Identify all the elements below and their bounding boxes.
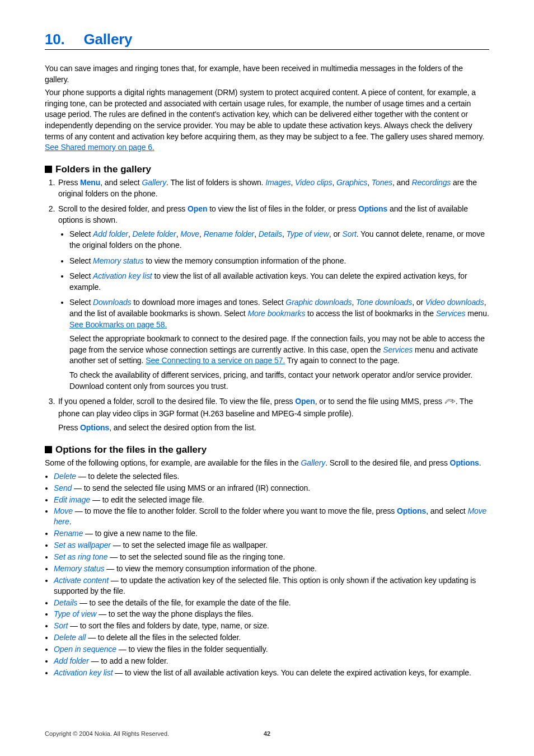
list-item: Delete all — to delete all the files in … — [54, 632, 489, 643]
list-item: Edit image — to edit the selected image … — [54, 495, 489, 505]
options-intro: Some of the following options, for examp… — [45, 458, 489, 469]
step-2-sublist: Select Add folder, Delete folder, Move, … — [58, 229, 489, 392]
chapter-number: 10. — [45, 31, 65, 48]
step-2-bullet-4: Select Downloads to download more images… — [69, 297, 489, 392]
chapter-name: Gallery — [84, 31, 133, 48]
link-shared-memory[interactable]: See Shared memory on page 6. — [45, 143, 154, 152]
section-heading-options: Options for the files in the gallery — [45, 444, 489, 456]
footer-copyright: Copyright © 2004 Nokia. All Rights Reser… — [45, 730, 169, 737]
page-footer: Copyright © 2004 Nokia. All Rights Reser… — [45, 730, 489, 737]
list-item: Memory status — to view the memory consu… — [54, 564, 489, 574]
list-item: Activation key list — to view the list o… — [54, 668, 489, 678]
step-2-bullet-2: Select Memory status to view the memory … — [69, 256, 489, 267]
send-key-icon — [444, 397, 456, 408]
step-2-bullet-4-sub2: To check the availability of different s… — [69, 370, 489, 392]
open-keyword: Open — [188, 204, 207, 213]
list-item: Move — to move the file to another folde… — [54, 506, 489, 527]
folders-steps: Press Menu, and select Gallery. The list… — [45, 177, 489, 434]
step-2-bullet-3: Select Activation key list to view the l… — [69, 271, 489, 293]
step-2-bullet-4-sub1: Select the appropriate bookmark to conne… — [69, 334, 489, 367]
list-item: Send — to send the selected file using M… — [54, 483, 489, 494]
list-item: Details — to see the details of the file… — [54, 598, 489, 608]
options-list: Delete — to delete the selected files. S… — [45, 471, 489, 678]
list-item: Set as ring tone — to set the selected s… — [54, 552, 489, 562]
list-item: Open in sequence — to view the files in … — [54, 644, 489, 655]
page-number: 42 — [264, 730, 270, 737]
list-item: Rename — to give a new name to the file. — [54, 528, 489, 539]
list-item: Set as wallpaper — to set the selected i… — [54, 540, 489, 551]
options-keyword: Options — [358, 204, 387, 213]
link-bookmarks[interactable]: See Bookmarks on page 58. — [69, 320, 167, 329]
chapter-title: 10.Gallery — [45, 31, 489, 50]
menu-keyword: Menu — [80, 178, 100, 187]
list-item: Activate content — to update the activat… — [54, 575, 489, 597]
intro-para-1: You can save images and ringing tones th… — [45, 63, 489, 85]
gallery-keyword: Gallery — [142, 178, 166, 187]
list-item: Type of view — to set the way the phone … — [54, 609, 489, 619]
list-item: Sort — to sort the files and folders by … — [54, 621, 489, 631]
step-3: If you opened a folder, scroll to the de… — [57, 396, 489, 434]
link-connecting-service[interactable]: See Connecting to a service on page 57. — [146, 356, 285, 365]
step-3-sub: Press Options, and select the desired op… — [58, 422, 489, 434]
section-heading-folders: Folders in the gallery — [45, 163, 489, 175]
list-item: Add folder — to add a new folder. — [54, 656, 489, 666]
step-2-bullet-1: Select Add folder, Delete folder, Move, … — [69, 229, 489, 251]
step-1: Press Menu, and select Gallery. The list… — [57, 177, 489, 199]
intro-para-2: Your phone supports a digital rights man… — [45, 87, 489, 153]
step-2: Scroll to the desired folder, and press … — [57, 204, 489, 392]
list-item: Delete — to delete the selected files. — [54, 471, 489, 482]
